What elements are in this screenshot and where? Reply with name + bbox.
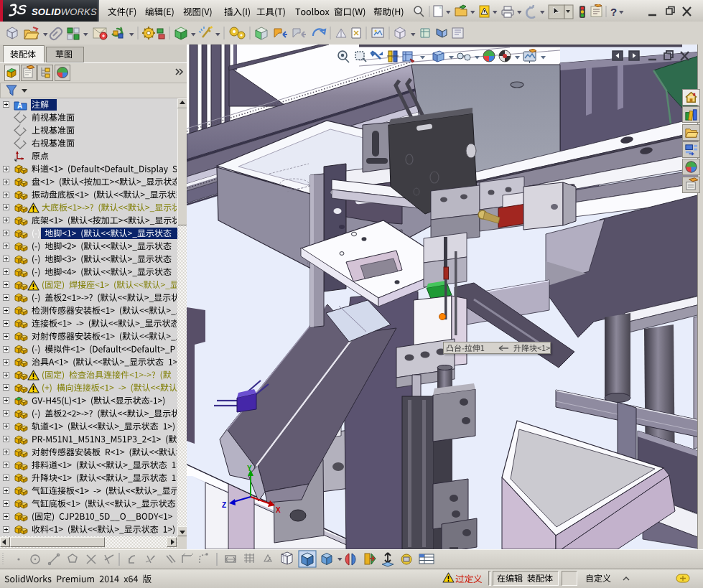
svg-text:Y: Y	[247, 465, 252, 472]
svg-text:SOLIDWORKS: SOLIDWORKS	[32, 6, 97, 17]
svg-text:X: X	[276, 506, 281, 514]
svg-text:?: ?	[610, 6, 617, 18]
svg-text:A: A	[17, 102, 22, 110]
svg-text:Z: Z	[222, 501, 226, 509]
